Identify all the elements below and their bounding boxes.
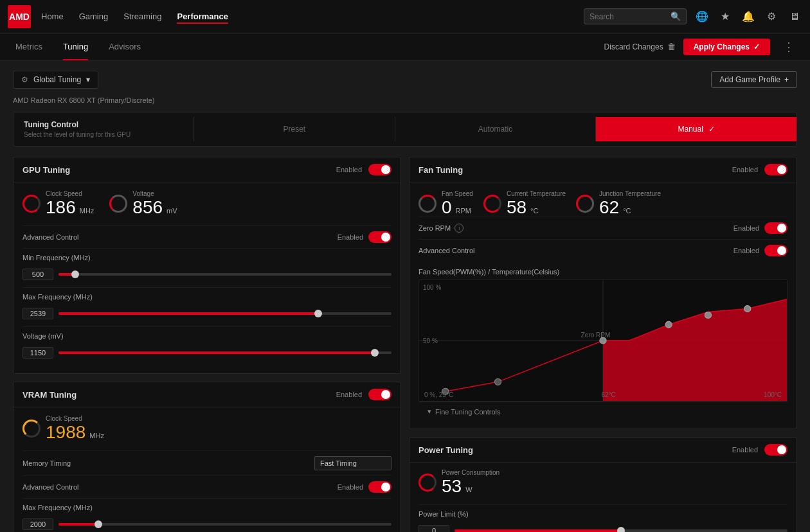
vram-clock-knob	[22, 420, 40, 438]
search-input[interactable]	[590, 12, 667, 21]
voltage-mv-slider[interactable]	[59, 351, 392, 354]
fan-chart-label: Fan Speed(PWM(%)) / Temperature(Celsius)	[419, 268, 788, 276]
fan-speed-unit: RPM	[456, 207, 471, 215]
zero-rpm-label: Zero RPM	[419, 224, 451, 232]
svg-point-5	[600, 337, 606, 344]
tuning-options: Preset Automatic Manual ✓	[194, 117, 797, 141]
fan-tuning-toggle[interactable]	[764, 164, 788, 175]
nav-streaming[interactable]: Streaming	[123, 9, 161, 24]
add-game-profile-button[interactable]: Add Game Profile +	[711, 71, 797, 88]
vram-advanced-toggle[interactable]	[368, 481, 392, 493]
memory-timing-select[interactable]: Fast Timing	[314, 456, 392, 470]
power-limit-slider[interactable]	[455, 529, 788, 532]
chart-y-100: 100 %	[423, 284, 441, 291]
top-nav: AMD Home Gaming Streaming Performance 🔍 …	[0, 0, 810, 33]
tuning-preset[interactable]: Preset	[194, 117, 395, 141]
nav-links: Home Gaming Streaming Performance	[41, 9, 584, 24]
power-stats-row: Power Consumption 53 W	[419, 469, 788, 495]
max-freq-slider[interactable]	[59, 312, 392, 315]
zero-rpm-info-icon[interactable]: i	[455, 224, 464, 233]
add-game-profile-label: Add Game Profile	[719, 75, 780, 84]
fan-tuning-body: Fan Speed 0 RPM Current Temperature	[410, 182, 797, 429]
zero-rpm-enabled: Enabled	[734, 224, 759, 232]
zero-rpm-toggle[interactable]	[764, 222, 788, 234]
fan-speed-stat: Fan Speed 0 RPM	[419, 190, 473, 217]
sub-nav: Metrics Tuning Advisors Discard Changes …	[0, 33, 810, 60]
manual-check-icon: ✓	[708, 125, 715, 134]
tuning-control-title: Tuning Control	[24, 120, 183, 129]
fan-advanced-enabled: Enabled	[734, 247, 759, 254]
voltage-mv-value: 1150	[22, 347, 53, 359]
power-tuning-body: Power Consumption 53 W Power Limit (%) 0	[410, 463, 797, 532]
vram-max-freq-slider[interactable]	[59, 523, 392, 526]
tuning-automatic[interactable]: Automatic	[395, 117, 596, 141]
chevron-down-icon: ▾	[86, 75, 90, 84]
chart-x-start: 0 %, 25°C	[424, 391, 453, 398]
discard-button[interactable]: Discard Changes 🗑	[604, 42, 676, 51]
gpu-tuning-toggle[interactable]	[368, 164, 392, 175]
fan-chart-svg	[419, 280, 787, 401]
advanced-control-row: Advanced Control Enabled	[22, 226, 392, 248]
fan-chart[interactable]: 100 % 50 % Zero RPM	[419, 279, 788, 402]
min-freq-track: 500	[22, 267, 392, 282]
vram-tuning-header: VRAM Tuning Enabled	[14, 382, 401, 407]
vram-max-freq-value: 2000	[22, 519, 53, 530]
max-freq-row: Max Frequency (MHz) 2539	[22, 287, 392, 326]
tab-tuning[interactable]: Tuning	[63, 33, 88, 60]
vram-tuning-header-right: Enabled	[336, 389, 392, 400]
discard-label: Discard Changes	[604, 42, 663, 51]
more-options-icon[interactable]: ⋮	[783, 40, 795, 54]
power-tuning-panel: Power Tuning Enabled Power Consumption	[409, 437, 797, 532]
power-tuning-toggle[interactable]	[764, 444, 788, 456]
chart-x-labels: 0 %, 25°C 62°C 100°C	[419, 391, 787, 398]
bell-icon[interactable]: 🔔	[741, 10, 756, 22]
profile-selector[interactable]: ⚙ Global Tuning ▾	[13, 71, 98, 89]
amd-logo: AMD	[8, 5, 31, 28]
vram-tuning-toggle[interactable]	[368, 389, 392, 400]
apply-changes-button[interactable]: Apply Changes ✓	[683, 39, 770, 55]
nav-performance[interactable]: Performance	[177, 9, 228, 24]
gpu-enabled-label: Enabled	[336, 166, 362, 173]
vram-max-freq-track: 2000	[22, 517, 392, 532]
clock-knob	[22, 195, 40, 213]
globe-settings-icon: ⚙	[21, 75, 28, 84]
sub-nav-right: Discard Changes 🗑 Apply Changes ✓ ⋮	[604, 39, 795, 55]
gpu-tuning-title: GPU Tuning	[22, 165, 70, 175]
chart-x-mid: 62°C	[601, 391, 615, 398]
power-consumption-label: Power Consumption	[442, 469, 500, 476]
nav-gaming[interactable]: Gaming	[79, 9, 109, 24]
fine-tuning-bar[interactable]: ▾ Fine Tuning Controls	[419, 402, 788, 421]
display-icon[interactable]: 🖥	[787, 11, 802, 22]
search-box[interactable]: 🔍	[584, 8, 687, 24]
junction-temp-value: 62	[599, 199, 619, 217]
min-freq-label: Min Frequency (MHz)	[22, 254, 392, 262]
junction-temp-stat: Junction Temperature 62 °C	[576, 190, 661, 217]
power-tuning-header-right: Enabled	[732, 444, 788, 456]
fan-advanced-toggle[interactable]	[764, 245, 788, 256]
trash-icon: 🗑	[667, 42, 676, 51]
gear-icon[interactable]: ⚙	[764, 10, 779, 22]
fan-advanced-label: Advanced Control	[419, 247, 474, 254]
check-icon: ✓	[753, 42, 760, 51]
star-icon[interactable]: ★	[717, 10, 733, 22]
tab-advisors[interactable]: Advisors	[109, 33, 141, 60]
tuning-control: Tuning Control Select the level of tunin…	[13, 112, 797, 146]
fan-speed-label: Fan Speed	[442, 190, 473, 197]
tuning-manual[interactable]: Manual ✓	[595, 117, 797, 141]
globe-icon[interactable]: 🌐	[694, 10, 710, 22]
tab-metrics[interactable]: Metrics	[15, 33, 42, 60]
fan-speed-knob	[419, 195, 437, 213]
chevron-down-icon: ▾	[428, 407, 431, 416]
fan-tuning-stats: Fan Speed 0 RPM Current Temperature	[419, 190, 788, 217]
fine-tuning-label: Fine Tuning Controls	[435, 408, 501, 416]
max-freq-label: Max Frequency (MHz)	[22, 293, 392, 301]
advanced-control-toggle[interactable]	[368, 231, 392, 243]
power-limit-value: 0	[419, 525, 449, 532]
voltage-mv-row: Voltage (mV) 1150	[22, 326, 392, 366]
plus-icon: +	[784, 75, 789, 84]
clock-speed-stat: Clock Speed 186 MHz	[22, 190, 94, 217]
nav-home[interactable]: Home	[41, 9, 64, 24]
min-freq-slider[interactable]	[59, 273, 392, 276]
tuning-control-subtitle: Select the level of tuning for this GPU	[24, 131, 183, 138]
voltage-knob	[109, 195, 127, 213]
